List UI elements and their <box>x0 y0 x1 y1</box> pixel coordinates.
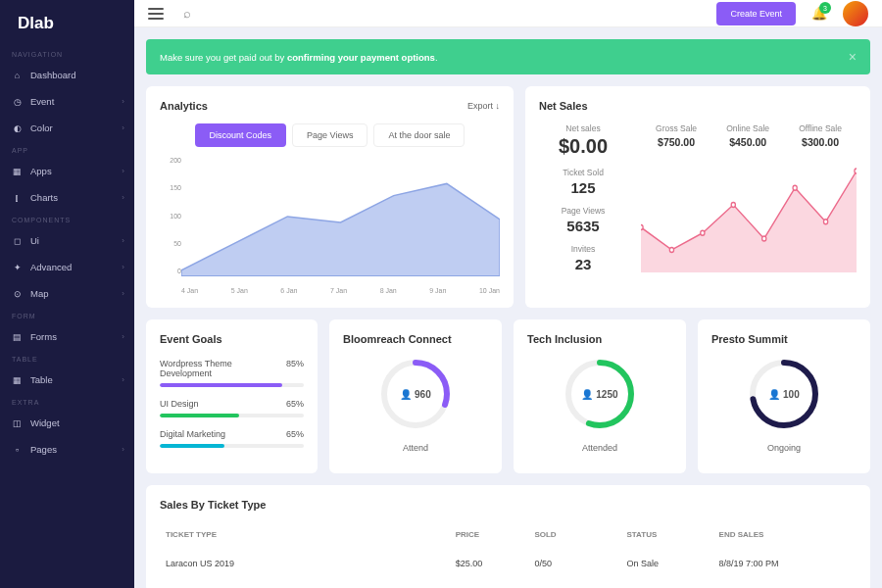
net-sales-title: Net Sales <box>539 100 857 112</box>
chevron-right-icon: › <box>122 97 124 106</box>
tab-page-views[interactable]: Page Views <box>292 123 368 147</box>
chevron-right-icon: › <box>122 236 124 245</box>
tab-at-the-door-sale[interactable]: At the door sale <box>373 123 465 147</box>
table-header: STATUS <box>626 530 718 539</box>
svg-point-7 <box>855 169 857 173</box>
stat-page-views: Page Views5635 <box>539 206 627 234</box>
section-label: APP <box>0 141 134 158</box>
section-label: FORM <box>0 307 134 323</box>
apps-icon: ▦ <box>12 166 23 176</box>
pages-icon: ▫ <box>12 444 23 455</box>
chevron-right-icon: › <box>122 375 124 384</box>
table-header: SOLD <box>534 530 626 539</box>
notifications-icon[interactable]: 🔔3 <box>806 0 833 26</box>
chevron-right-icon: › <box>122 332 124 341</box>
svg-point-6 <box>823 220 827 224</box>
avatar[interactable] <box>843 1 868 26</box>
svg-point-1 <box>669 248 673 253</box>
net-sales-chart <box>641 160 857 272</box>
analytics-chart: 200150100500 4 Jan5 Jan6 Jan7 Jan8 Jan9 … <box>160 157 500 294</box>
section-label: TABLE <box>0 350 134 367</box>
section-label: EXTRA <box>0 393 134 410</box>
donut-card-bloomreach-connect: Bloomreach Connect👤 960Attend <box>329 319 502 473</box>
event-icon: ◷ <box>12 96 23 107</box>
svg-point-3 <box>731 203 735 208</box>
chevron-right-icon: › <box>122 167 124 175</box>
sidebar-item-advanced[interactable]: ✦Advanced› <box>0 254 134 280</box>
svg-point-5 <box>793 185 797 190</box>
sales-table-card: Sales By Ticket Type TICKET TYPEPRICESOL… <box>146 485 870 588</box>
search-icon[interactable]: ⌕ <box>183 6 191 21</box>
forms-icon: ▤ <box>12 331 23 342</box>
sale-offline-sale: Offline Sale$300.00 <box>799 123 842 148</box>
sidebar-item-forms[interactable]: ▤Forms› <box>0 323 134 350</box>
svg-point-4 <box>762 236 766 241</box>
svg-point-0 <box>641 225 643 230</box>
sidebar-item-event[interactable]: ◷Event› <box>0 88 134 115</box>
tab-discount-codes[interactable]: Discount Codes <box>195 123 287 147</box>
table-row[interactable]: Laracon US 2019$25.000/50On Sale8/8/19 7… <box>160 549 857 578</box>
goal-item: UI Design65% <box>160 399 304 417</box>
sidebar-item-charts[interactable]: ⫿Charts› <box>0 184 134 211</box>
chevron-right-icon: › <box>122 289 124 298</box>
sidebar-item-ui[interactable]: ◻Ui› <box>0 227 134 254</box>
chevron-right-icon: › <box>122 445 124 454</box>
export-button[interactable]: Export ↓ <box>467 101 500 111</box>
donut-card-tech-inclusion: Tech Inclusion👤 1250Attended <box>514 319 686 473</box>
net-sales-card: Net Sales Net sales$0.00Ticket Sold125Pa… <box>525 86 870 308</box>
sale-online-sale: Online Sale$450.00 <box>726 123 769 148</box>
alert-banner: Make sure you get paid out by confirming… <box>146 39 870 74</box>
stat-ticket-sold: Ticket Sold125 <box>539 168 627 196</box>
dashboard-icon: ⌂ <box>12 70 23 80</box>
sidebar-item-dashboard[interactable]: ⌂Dashboard <box>0 62 134 88</box>
create-event-button[interactable]: Create Event <box>716 2 796 25</box>
widget-icon: ◫ <box>12 417 23 428</box>
sidebar-item-pages[interactable]: ▫Pages› <box>0 436 134 463</box>
close-icon[interactable]: × <box>849 49 857 65</box>
table-icon: ▦ <box>12 374 23 385</box>
sales-table-title: Sales By Ticket Type <box>160 499 857 511</box>
analytics-title: Analytics <box>160 100 208 112</box>
event-goals-title: Event Goals <box>160 333 304 345</box>
analytics-card: Analytics Export ↓ Discount CodesPage Vi… <box>146 86 514 308</box>
table-header: END SALES <box>719 530 851 539</box>
sidebar: Dlab NAVIGATION⌂Dashboard◷Event›◐Color›A… <box>0 0 134 588</box>
section-label: COMPONENTS <box>0 211 134 227</box>
chevron-right-icon: › <box>122 193 124 202</box>
sidebar-item-apps[interactable]: ▦Apps› <box>0 158 134 184</box>
stat-invites: Invites23 <box>539 244 627 272</box>
goal-item: Wordpress Theme Development85% <box>160 359 304 387</box>
logo: Dlab <box>0 14 134 45</box>
chevron-right-icon: › <box>122 263 124 271</box>
notification-badge: 3 <box>819 2 831 14</box>
topbar: ⌕ Create Event 🔔3 <box>134 0 882 27</box>
ui-icon: ◻ <box>12 235 23 246</box>
sidebar-item-table[interactable]: ▦Table› <box>0 367 134 393</box>
sidebar-item-map[interactable]: ⊙Map› <box>0 280 134 307</box>
sidebar-item-widget[interactable]: ◫Widget <box>0 410 134 436</box>
menu-toggle-icon[interactable] <box>148 8 164 20</box>
event-goals-card: Event Goals Wordpress Theme Development8… <box>146 319 318 473</box>
goal-item: Digital Marketing65% <box>160 429 304 448</box>
sidebar-item-color[interactable]: ◐Color› <box>0 115 134 141</box>
charts-icon: ⫿ <box>12 192 23 203</box>
table-header: PRICE <box>456 530 535 539</box>
advanced-icon: ✦ <box>12 262 23 272</box>
svg-point-2 <box>701 230 705 235</box>
donut-card-presto-summit: Presto Summit👤 100Ongoing <box>698 319 870 473</box>
table-header: TICKET TYPE <box>166 530 456 539</box>
map-icon: ⊙ <box>12 288 23 299</box>
stat-net-sales: Net sales$0.00 <box>539 123 627 158</box>
color-icon: ◐ <box>12 122 23 133</box>
sale-gross-sale: Gross Sale$750.00 <box>656 123 697 148</box>
section-label: NAVIGATION <box>0 45 134 62</box>
chevron-right-icon: › <box>122 123 124 132</box>
